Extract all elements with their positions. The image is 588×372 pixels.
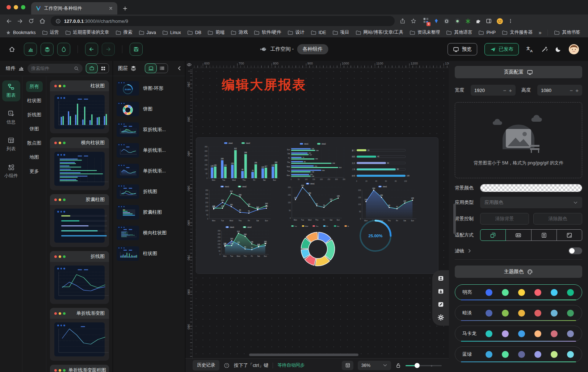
redo-button[interactable] [102, 43, 115, 56]
theme-color-dot[interactable] [551, 289, 558, 296]
bookmark-item[interactable]: 项目 [332, 29, 349, 35]
search-input[interactable] [31, 66, 74, 71]
browser-tab[interactable]: 工作空间-各种组件 [31, 2, 117, 14]
width-stepper[interactable]: 1920 − + [471, 85, 516, 96]
reload-button[interactable] [28, 18, 34, 24]
theme-row-暗淡[interactable]: 暗淡 [455, 305, 582, 321]
fit-mode-fitw-button[interactable] [505, 229, 531, 241]
component-search-input[interactable] [28, 64, 83, 73]
preview-button[interactable]: 预览 [448, 43, 477, 55]
eye-icon[interactable] [186, 62, 192, 67]
height-value[interactable]: 1080 [541, 88, 567, 93]
single-line-area-chart[interactable]: data1050100150200MonTueWedThuFriSatSun12… [355, 184, 419, 224]
site-info-icon[interactable] [55, 18, 61, 24]
component-card[interactable]: 胶囊柱图 [50, 194, 109, 247]
component-card[interactable]: 柱状图 [50, 80, 109, 133]
theme-color-dot[interactable] [518, 330, 525, 337]
layer-item[interactable]: 折线图 [117, 184, 181, 199]
extension-circle-icon[interactable] [444, 18, 450, 24]
pie-chart[interactable]: MonTueWedThuFriSatSun [287, 224, 349, 269]
sidebar-item-小组件[interactable]: 小组件 [2, 161, 20, 182]
category-地图[interactable]: 地图 [26, 152, 43, 163]
bookmark-item[interactable]: Linux [162, 29, 181, 35]
bookmark-item[interactable]: 前端 [207, 29, 224, 35]
component-card[interactable]: 横向柱状图 [50, 137, 109, 190]
horizontal-scrollbar[interactable] [249, 354, 358, 356]
history-button[interactable]: 历史记录 [193, 360, 219, 371]
theme-color-dot[interactable] [486, 289, 492, 296]
theme-color-dot[interactable] [551, 310, 558, 317]
sidebar-item-列表[interactable]: 列表 [2, 134, 20, 155]
bookmark-item[interactable]: 软件/硬件 [254, 29, 281, 35]
browser-menu-icon[interactable] [508, 18, 513, 24]
extension-star-icon[interactable] [465, 18, 471, 24]
category-折线图[interactable]: 折线图 [24, 109, 45, 120]
theme-color-dot[interactable] [534, 330, 541, 337]
theme-color-dot[interactable] [534, 310, 541, 317]
extension-pin-icon[interactable] [434, 18, 439, 24]
theme-color-dot[interactable] [486, 310, 492, 317]
layer-item[interactable]: 25.00%饼图-环形 [117, 81, 181, 96]
decrement-icon[interactable]: − [503, 88, 506, 93]
panel-scrollbar[interactable] [453, 204, 456, 234]
theme-color-dot[interactable] [567, 310, 574, 317]
toolbox-view-button[interactable] [86, 64, 97, 73]
slider-knob[interactable] [415, 363, 420, 368]
theme-color-dot[interactable] [518, 310, 525, 317]
share-icon[interactable] [400, 18, 406, 24]
layer-item[interactable]: 双折线渐... [117, 122, 181, 137]
bookmark-item[interactable]: 设计 [287, 29, 304, 35]
background-color-swatch[interactable] [480, 184, 582, 192]
theme-row-明亮[interactable]: 明亮 [455, 284, 582, 300]
theme-color-dot[interactable] [534, 289, 541, 296]
charts-panel-toggle-button[interactable] [24, 43, 37, 56]
extension-blob-icon[interactable] [454, 18, 461, 24]
zoom-select[interactable]: 36% [358, 361, 391, 370]
theme-color-dot[interactable] [486, 351, 492, 358]
project-name[interactable]: 各种组件 [297, 44, 328, 54]
decrement-icon[interactable]: − [570, 88, 573, 93]
fit-mode-fith-button[interactable] [531, 229, 557, 241]
width-value[interactable]: 1920 [474, 88, 500, 93]
component-card[interactable]: 单折线渐变面积图 [50, 365, 109, 372]
import-button[interactable] [437, 275, 444, 282]
layer-item[interactable]: 柱状图 [117, 246, 181, 261]
tab-close-icon[interactable] [109, 6, 113, 11]
app-home-button[interactable] [9, 46, 15, 53]
back-button[interactable] [6, 18, 12, 24]
publish-button[interactable]: 已发布 [484, 43, 519, 55]
bookmark-item[interactable]: 资讯未整理 [410, 29, 440, 35]
filter-toggle[interactable] [568, 247, 582, 254]
address-bar[interactable]: 127.0.0.1:3000/#/chart/home/9 [51, 16, 395, 26]
bookmark-item[interactable]: 搜索 [116, 29, 133, 35]
line-chart[interactable]: data1data2050100150200250300350MonTueWed… [202, 184, 274, 224]
extensions-puzzle-icon[interactable] [475, 18, 481, 24]
list-view-button[interactable] [156, 64, 168, 73]
big-screen-title[interactable]: 编辑大屏报表 [222, 76, 306, 94]
collapse-panel-icon[interactable] [177, 66, 182, 71]
theme-color-dot[interactable] [551, 330, 558, 337]
undo-button[interactable] [85, 43, 98, 56]
window-zoom-button[interactable] [21, 5, 25, 9]
component-card[interactable]: 单折线渐变图 [50, 308, 109, 361]
layer-item[interactable]: 横向柱状图 [117, 226, 181, 240]
background-upload-area[interactable]: 背景图需小于 5M，格式为 png/jpg/gif 的文件 [455, 102, 582, 178]
horizontal-bar-chart[interactable]: data1data2050100150200250300350Sun130160… [284, 141, 350, 182]
profile-avatar-icon[interactable] [496, 18, 503, 25]
bar-chart[interactable]: data1data2050100150200250300350MonTueWed… [201, 141, 282, 183]
lock-icon[interactable] [395, 363, 401, 368]
app-type-select[interactable]: 应用颜色 [480, 197, 582, 208]
theme-row-蓝绿[interactable]: 蓝绿 [455, 346, 582, 362]
window-minimize-button[interactable] [14, 5, 18, 9]
clear-background-button[interactable]: 清除背景 [480, 213, 529, 225]
magic-wand-icon[interactable] [541, 46, 548, 53]
clear-color-button[interactable]: 清除颜色 [533, 213, 582, 225]
bookmark-item[interactable]: IDE [311, 29, 326, 35]
theme-color-dot[interactable] [567, 289, 574, 296]
theme-color-dot[interactable] [502, 289, 509, 296]
layer-item[interactable]: 胶囊柱图 [117, 205, 181, 220]
bookmark-item[interactable]: 游戏 [231, 29, 248, 35]
theme-color-dot[interactable] [551, 351, 558, 358]
notes-button[interactable] [342, 361, 353, 370]
bookmarks-overflow[interactable]: » [539, 30, 542, 35]
